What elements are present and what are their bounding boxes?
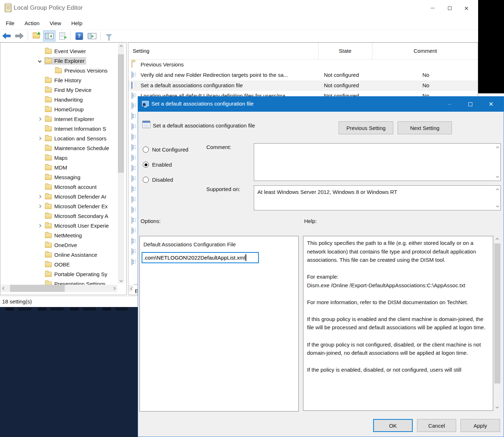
tree-item-maintenance-schedule[interactable]: Maintenance Schedule (0, 143, 126, 153)
policy-setting-icon (132, 186, 132, 192)
tree-item-event-viewer[interactable]: Event Viewer (0, 46, 126, 56)
next-setting-button[interactable]: Next Setting (398, 121, 452, 134)
scroll-down-icon[interactable] (496, 204, 499, 207)
tree-item-oobe[interactable]: OOBE (0, 260, 126, 269)
help-scrollbar[interactable] (494, 237, 501, 410)
expand-arrow-icon[interactable] (35, 224, 44, 227)
scroll-up-icon[interactable] (118, 43, 124, 50)
setting-name: Previous Versions (141, 61, 184, 68)
filter-button[interactable] (103, 31, 115, 41)
tree-item-homegroup[interactable]: HomeGroup (0, 104, 126, 114)
radio-enabled[interactable]: Enabled (143, 162, 172, 168)
tree-item-file-explorer[interactable]: File Explorer (0, 56, 126, 66)
scroll-down-icon[interactable] (496, 175, 499, 178)
help-panel[interactable]: This policy specifies the path to a file… (303, 236, 493, 411)
tree-item-find-my-device[interactable]: Find My Device (0, 85, 126, 95)
forward-button[interactable] (13, 31, 26, 41)
tree-item-previous-versions[interactable]: Previous Versions (0, 66, 126, 75)
radio-not-configured[interactable]: Not Configured (143, 147, 188, 153)
show-console-tree-button[interactable] (43, 31, 55, 41)
column-comment[interactable]: Comment (372, 48, 478, 54)
tree-item-microsoft-user-experie[interactable]: Microsoft User Experie (0, 221, 126, 231)
tree-hscrollbar-thumb[interactable] (10, 285, 65, 292)
menu-view[interactable]: View (45, 18, 66, 29)
setting-row-set-a-default-associations-configuration[interactable]: Set a default associations configuration… (128, 80, 478, 91)
scroll-up-icon[interactable] (496, 147, 499, 149)
maximize-button[interactable] (441, 0, 458, 16)
tree-item-internet-explorer[interactable]: Internet Explorer (0, 114, 126, 124)
menu-help[interactable]: Help (66, 18, 87, 29)
tree-item-location-and-sensors[interactable]: Location and Sensors (0, 134, 126, 143)
tree-item-netmeeting[interactable]: NetMeeting (0, 231, 126, 240)
dialog-maximize-button[interactable] (460, 97, 481, 112)
title-bar: Local Group Policy Editor × (0, 0, 478, 16)
tree-item-handwriting[interactable]: Handwriting (0, 95, 126, 104)
scroll-down-icon[interactable] (496, 405, 499, 408)
minimize-button[interactable] (424, 0, 441, 16)
supported-on-box[interactable]: At least Windows Server 2012, Windows 8 … (254, 185, 501, 210)
cancel-button[interactable]: Cancel (417, 419, 456, 432)
previous-setting-button[interactable]: Previous Setting (339, 121, 393, 134)
tree-horizontal-scrollbar[interactable] (1, 285, 117, 292)
back-button[interactable] (0, 31, 13, 41)
policy-setting-icon (142, 121, 150, 128)
tree-item-microsoft-account[interactable]: Microsoft account (0, 182, 126, 192)
column-setting[interactable]: Setting (133, 48, 150, 54)
up-one-level-button[interactable] (30, 31, 42, 41)
apply-button[interactable]: Apply (461, 419, 500, 432)
expand-arrow-icon[interactable] (35, 118, 44, 120)
radio-disabled[interactable]: Disabled (143, 177, 173, 183)
menu-file[interactable]: File (1, 18, 19, 29)
tree-item-file-history[interactable]: File History (0, 75, 126, 85)
export-list-button[interactable] (56, 31, 68, 41)
options-panel: Default Associations Configuration File … (139, 236, 299, 412)
radio-label: Enabled (152, 162, 172, 168)
tree-item-onedrive[interactable]: OneDrive (0, 240, 126, 250)
console-tree-pane: Event ViewerFile ExplorerPrevious Versio… (0, 42, 127, 295)
scroll-down-icon[interactable] (118, 277, 124, 283)
collapse-arrow-icon[interactable] (35, 60, 44, 62)
scroll-up-icon[interactable] (496, 189, 499, 191)
radio-selected-icon[interactable] (143, 162, 149, 168)
folder-icon (45, 252, 52, 257)
tree-item-microsoft-defender-ex[interactable]: Microsoft Defender Ex (0, 201, 126, 211)
default-associations-file-input[interactable]: .com\NETLOGON\2022DefaultAppList.xml (142, 252, 259, 263)
radio-icon[interactable] (143, 147, 149, 153)
desktop-background (0, 307, 138, 437)
dialog-minimize-button[interactable] (439, 97, 460, 112)
tree-vertical-scrollbar[interactable] (118, 43, 124, 283)
tree-scrollbar-thumb[interactable] (118, 54, 124, 173)
tree-item-portable-operating-sy[interactable]: Portable Operating Sy (0, 269, 126, 279)
expand-arrow-icon[interactable] (35, 195, 44, 198)
scroll-left-icon[interactable] (1, 285, 7, 292)
show-properties-button[interactable] (86, 31, 98, 41)
expand-arrow-icon[interactable] (35, 205, 44, 208)
setting-row-previous-versions[interactable]: Previous Versions (128, 60, 478, 70)
column-divider[interactable] (318, 43, 319, 60)
column-state[interactable]: State (318, 48, 372, 54)
policy-setting-icon (132, 155, 132, 161)
tree-item-online-assistance[interactable]: Online Assistance (0, 250, 126, 260)
scroll-up-icon[interactable] (496, 238, 499, 241)
tree-item-microsoft-defender-ar[interactable]: Microsoft Defender Ar (0, 192, 126, 201)
window-title: Local Group Policy Editor (14, 4, 83, 11)
column-divider[interactable] (372, 43, 372, 60)
comment-textarea[interactable] (254, 143, 501, 181)
tree-item-messaging[interactable]: Messaging (0, 172, 126, 182)
expand-arrow-icon[interactable] (35, 137, 44, 140)
menu-action[interactable]: Action (19, 18, 45, 29)
tree-item-mdm[interactable]: MDM (0, 163, 126, 172)
scroll-right-icon[interactable] (111, 285, 117, 292)
dialog-close-button[interactable]: × (481, 97, 501, 112)
tree-item-internet-information-s[interactable]: Internet Information S (0, 124, 126, 134)
setting-comment: No (405, 72, 446, 78)
radio-icon[interactable] (143, 177, 149, 183)
ok-button[interactable]: OK (373, 419, 413, 432)
help-scrollbar-thumb[interactable] (494, 243, 500, 383)
tree-item-microsoft-secondary-a[interactable]: Microsoft Secondary A (0, 211, 126, 221)
toolbar-separator (70, 31, 71, 41)
tree-item-maps[interactable]: Maps (0, 153, 126, 163)
close-button[interactable]: × (458, 0, 475, 16)
setting-row-verify-old-and-new-folder-redirection-ta[interactable]: Verify old and new Folder Redirection ta… (128, 70, 478, 80)
help-button[interactable]: ? (73, 31, 85, 41)
